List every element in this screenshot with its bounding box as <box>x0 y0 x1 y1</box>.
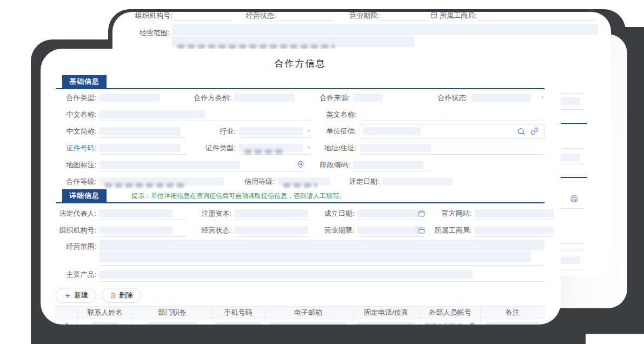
add-button-label: 新建 <box>74 290 88 300</box>
user-icon[interactable] <box>469 322 476 325</box>
tab-basic-info[interactable]: 基础信息 <box>62 75 107 88</box>
credit-tip-text: 提示：单位详细信息在查询征信后可自动读取征信信息，否则请人工填写。 <box>131 191 346 201</box>
page-title: 合作方信息 <box>56 57 545 70</box>
basic-section-header: 基础信息 <box>56 77 545 89</box>
mobile-cell[interactable] <box>213 319 264 325</box>
external-account-cell[interactable]: 协同外部帐号 <box>420 319 481 325</box>
field-biz-term: 营业期限: <box>315 223 425 237</box>
cn-short-input[interactable] <box>99 124 186 138</box>
en-name-input[interactable] <box>360 108 545 121</box>
field-map-mark: 地图标注: <box>56 158 304 171</box>
bg-org-code-input[interactable] <box>172 12 231 21</box>
email-cell[interactable] <box>264 319 353 325</box>
remark-cell[interactable] <box>481 319 545 325</box>
trash-icon <box>110 292 116 299</box>
biz-status-label: 经营状态: <box>186 226 231 235</box>
col-remark: 备注 <box>481 307 545 319</box>
reg-capital-input[interactable] <box>235 207 309 220</box>
contact-table-row[interactable]: 1 协同外部帐号 <box>56 319 545 325</box>
col-department-title: 部门职务 <box>132 307 213 319</box>
cert-type-label: 证件类型: <box>188 143 236 153</box>
bg-biz-term-label: 营业期限: <box>349 12 380 21</box>
cert-type-input[interactable]: ▼ <box>239 141 311 155</box>
row-index: 1 <box>56 319 78 325</box>
org-credit-input[interactable] <box>360 124 545 139</box>
cn-short-label: 中文简称: <box>56 127 96 136</box>
field-website: 官方网站: <box>429 207 554 220</box>
map-mark-input[interactable] <box>99 158 304 171</box>
department-cell[interactable] <box>132 319 213 325</box>
link-icon[interactable] <box>530 127 539 135</box>
field-address: 地址/住址: <box>317 141 545 155</box>
main-products-input[interactable] <box>99 268 545 282</box>
map-pin-icon[interactable] <box>297 161 304 168</box>
tab-detail-info[interactable]: 详细信息 <box>62 189 107 202</box>
coop-source-input[interactable] <box>353 94 383 102</box>
external-account-placeholder: 协同外部帐号 <box>424 321 463 325</box>
biz-term-label: 营业期限: <box>315 226 354 235</box>
reg-capital-label: 注册资本: <box>186 209 231 219</box>
add-contact-button[interactable]: ＋ 新建 <box>56 288 96 303</box>
coop-type-input[interactable] <box>99 94 160 102</box>
contact-name-cell[interactable] <box>78 319 132 325</box>
partner-category-label: 合作方类别: <box>181 93 231 103</box>
bg-biz-status-label: 经营状态: <box>246 12 276 21</box>
col-phone-fax: 固定电话/传真 <box>353 307 420 319</box>
calendar-icon[interactable] <box>418 227 425 234</box>
delete-contact-button[interactable]: 删除 <box>102 288 141 303</box>
biz-scope-textarea[interactable] <box>99 240 545 266</box>
field-partner-category: 合作方类别: <box>181 93 311 103</box>
calendar-icon[interactable] <box>418 210 425 217</box>
org-credit-label: 单位征信: <box>317 127 356 136</box>
founded-date-label: 成立日期: <box>315 209 354 219</box>
biz-term-input[interactable] <box>357 223 425 237</box>
cn-name-input[interactable] <box>99 108 311 121</box>
postcode-input[interactable] <box>353 158 431 171</box>
website-input[interactable] <box>475 207 554 220</box>
row-index-header <box>56 307 78 319</box>
chevron-down-icon[interactable]: ▼ <box>540 96 545 100</box>
plus-icon: ＋ <box>64 292 71 299</box>
legal-rep-input[interactable] <box>99 207 186 220</box>
rating-date-label: 评定日期: <box>349 177 380 187</box>
cert-no-label[interactable]: 证件号码: <box>56 143 96 153</box>
stage: 组织机构号: 经营状态: 营业期限: 所属工商局: 经营范围: <box>0 0 644 344</box>
field-coop-level: 合作等级: <box>56 177 224 187</box>
phone-fax-cell[interactable] <box>353 319 420 325</box>
search-icon[interactable] <box>517 127 526 136</box>
bg-bureau-input[interactable] <box>477 12 596 21</box>
biz-status-input[interactable] <box>235 223 309 237</box>
calendar-icon[interactable] <box>430 12 437 18</box>
partner-info-dialog: 合作方信息 基础信息 合作类型: 合作方类别: 合作来源: <box>41 49 561 325</box>
map-mark-label: 地图标注: <box>56 160 96 170</box>
address-label: 地址/住址: <box>317 143 356 153</box>
partner-category-input[interactable] <box>234 94 295 102</box>
credit-level-label: 信用等级: <box>244 177 275 187</box>
address-input[interactable] <box>360 141 545 155</box>
field-founded-date: 成立日期: <box>315 207 425 220</box>
coop-source-label: 合作来源: <box>311 93 350 103</box>
field-biz-status: 经营状态: <box>186 223 309 237</box>
industry-input[interactable]: ▼ <box>239 124 311 138</box>
org-code-input[interactable] <box>99 223 186 237</box>
field-en-name: 英文名称: <box>317 108 545 121</box>
chevron-down-icon[interactable]: ▼ <box>307 145 311 149</box>
field-postcode: 邮政编码: <box>311 158 431 171</box>
biz-scope-label: 经营范围: <box>56 240 96 266</box>
field-coop-source: 合作来源: <box>311 93 426 103</box>
founded-date-input[interactable] <box>357 207 425 220</box>
website-label: 官方网站: <box>429 209 472 219</box>
printer-icon[interactable] <box>570 195 578 203</box>
bg-biz-scope-line1[interactable] <box>172 24 598 35</box>
chevron-down-icon[interactable]: ▼ <box>307 129 311 133</box>
field-cn-name: 中文名称: <box>56 108 311 121</box>
field-rating-date: 评定日期: <box>349 177 453 187</box>
cert-no-input[interactable] <box>99 141 186 155</box>
industry-bureau-input[interactable] <box>475 223 554 237</box>
bg-biz-term-input[interactable] <box>380 12 429 21</box>
bg-biz-scope-line2[interactable] <box>172 36 414 47</box>
bg-biz-status-input[interactable] <box>276 12 334 21</box>
industry-bureau-label: 所属工商局: <box>429 226 472 235</box>
coop-type-label: 合作类型: <box>56 93 96 103</box>
bg-org-code-label: 组织机构号: <box>135 12 172 21</box>
